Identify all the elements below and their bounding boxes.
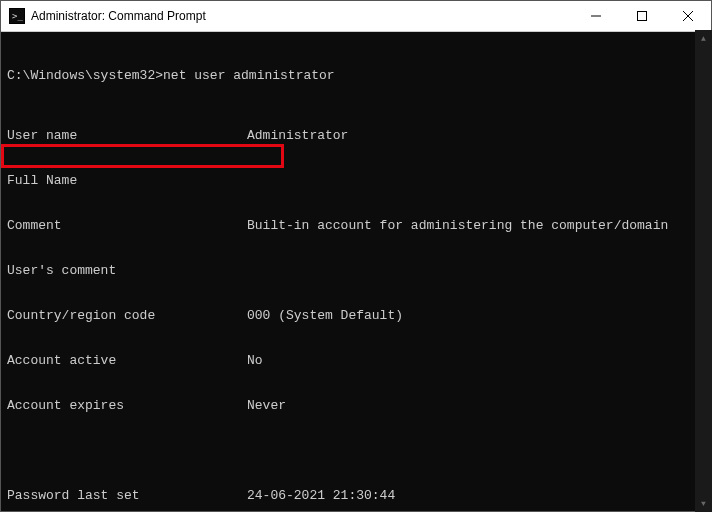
svg-text:>_: >_ xyxy=(12,11,23,21)
field-label: Full Name xyxy=(7,173,247,188)
output-row: Country/region code000 (System Default) xyxy=(7,308,711,323)
scroll-up-button[interactable]: ▲ xyxy=(695,30,712,47)
output-row: User's comment xyxy=(7,263,711,278)
field-label: Account active xyxy=(7,353,247,368)
titlebar[interactable]: >_ Administrator: Command Prompt xyxy=(1,1,711,32)
blank-line xyxy=(7,443,711,458)
svg-rect-4 xyxy=(638,12,647,21)
field-label: Password last set xyxy=(7,488,247,503)
scroll-down-button[interactable]: ▼ xyxy=(695,495,712,512)
prompt-line: C:\Windows\system32>net user administrat… xyxy=(7,68,711,83)
minimize-button[interactable] xyxy=(573,1,619,31)
maximize-button[interactable] xyxy=(619,1,665,31)
scrollbar[interactable]: ▲ ▼ xyxy=(695,30,712,512)
output-row: CommentBuilt-in account for administerin… xyxy=(7,218,711,233)
field-value: Never xyxy=(247,398,286,413)
field-value: Administrator xyxy=(247,128,348,143)
output-row: Full Name xyxy=(7,173,711,188)
scroll-track[interactable] xyxy=(695,47,712,495)
field-value: 000 (System Default) xyxy=(247,308,403,323)
output-row: User nameAdministrator xyxy=(7,128,711,143)
output-row: Password last set24-06-2021 21:30:44 xyxy=(7,488,711,503)
highlight-annotation xyxy=(1,144,284,168)
close-button[interactable] xyxy=(665,1,711,31)
field-label: Comment xyxy=(7,218,247,233)
command-text: net user administrator xyxy=(163,68,335,83)
output-row: Account expiresNever xyxy=(7,398,711,413)
field-label: Account expires xyxy=(7,398,247,413)
terminal-area[interactable]: C:\Windows\system32>net user administrat… xyxy=(1,32,711,511)
command-prompt-window: >_ Administrator: Command Prompt C:\Wind… xyxy=(0,0,712,512)
prompt-path: C:\Windows\system32> xyxy=(7,68,163,83)
field-label: User's comment xyxy=(7,263,247,278)
window-title: Administrator: Command Prompt xyxy=(31,9,206,23)
field-label: User name xyxy=(7,128,247,143)
field-value: No xyxy=(247,353,263,368)
field-value: 24-06-2021 21:30:44 xyxy=(247,488,395,503)
field-label: Country/region code xyxy=(7,308,247,323)
cmd-icon: >_ xyxy=(9,8,25,24)
output-row-account-active: Account activeNo xyxy=(7,353,711,368)
field-value: Built-in account for administering the c… xyxy=(247,218,668,233)
